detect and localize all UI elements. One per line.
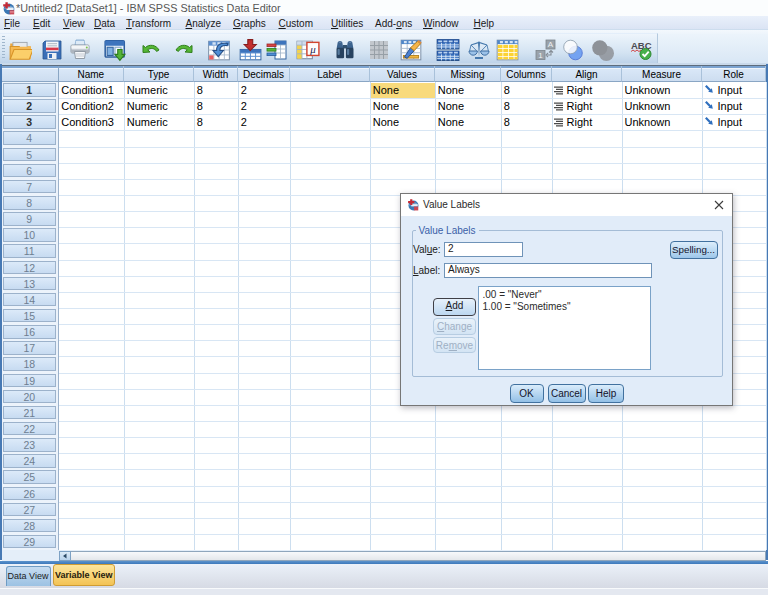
svg-text:A: A	[548, 40, 554, 49]
svg-text:1: 1	[538, 51, 543, 60]
svg-text:μ: μ	[309, 43, 316, 55]
